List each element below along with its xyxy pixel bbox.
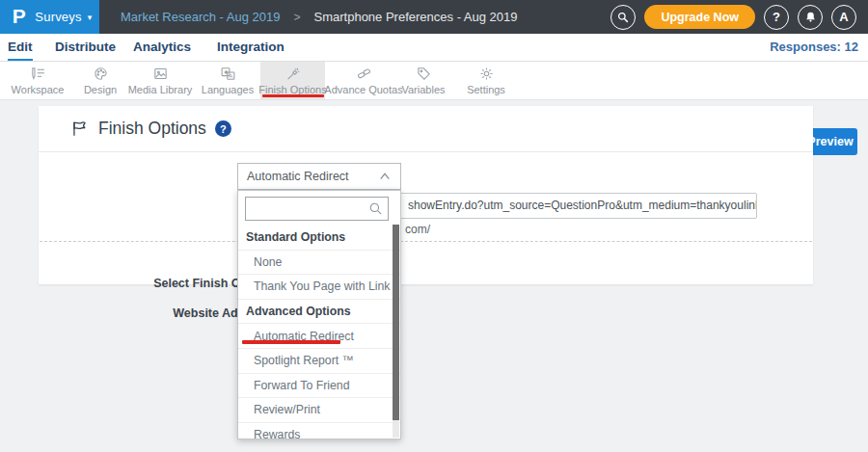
toolbar-tab-label: Settings: [467, 84, 505, 95]
palette-icon: [93, 66, 109, 82]
finish-options-help-button[interactable]: ?: [215, 120, 231, 137]
toolbar-tab-variables[interactable]: Variables: [393, 62, 453, 99]
finish-option-dropdown-panel: Standard Options None Thank You Page wit…: [237, 190, 401, 439]
toolbar-tab-media-library[interactable]: Media Library: [124, 62, 196, 99]
breadcrumb-separator: >: [293, 11, 300, 24]
website-address-label: Website Address: [39, 306, 270, 320]
finish-option-select[interactable]: Automatic Redirect: [237, 163, 401, 190]
toolbar-tab-design[interactable]: Design: [73, 62, 127, 99]
account-avatar[interactable]: A: [831, 5, 856, 30]
help-button[interactable]: ?: [764, 5, 789, 30]
dropdown-option-rewards[interactable]: Rewards: [238, 422, 400, 439]
top-bar: P Surveys ▾ Market Research - Aug 2019 >…: [0, 0, 868, 34]
section-nav: Edit Distribute Analytics Integration Re…: [0, 34, 868, 62]
annotation-underline-finish-options-tab: [262, 94, 324, 97]
website-helper-text: com/: [405, 223, 430, 236]
gear-icon: [478, 66, 495, 82]
image-icon: [152, 66, 169, 82]
search-icon: [616, 11, 630, 24]
workspace-pencil-list-icon: [30, 66, 46, 82]
panel-header: Finish Options ?: [39, 106, 813, 152]
dropdown-option-list: Standard Options None Thank You Page wit…: [238, 225, 400, 439]
question-mark-icon: ?: [773, 10, 780, 24]
svg-text:✱: ✱: [223, 69, 228, 75]
dropdown-search-box[interactable]: [245, 197, 389, 221]
avatar-initial: A: [839, 10, 848, 24]
toolbar-tab-workspace[interactable]: Workspace: [2, 62, 73, 99]
magic-wand-icon: [285, 66, 301, 82]
toolbar-tab-advance-quotas[interactable]: Advance Quotas: [325, 62, 402, 99]
questionpro-logo: P: [13, 6, 26, 28]
annotation-underline-automatic-redirect: [242, 340, 340, 344]
upgrade-now-button[interactable]: Upgrade Now: [644, 5, 755, 29]
toolbar-tab-label: Advance Quotas: [324, 84, 402, 95]
dropdown-option-spotlight-report[interactable]: Spotlight Report ™: [238, 348, 400, 373]
chevron-up-icon: [378, 171, 392, 182]
dropdown-option-thank-you-page[interactable]: Thank You Page with Link: [238, 274, 400, 299]
tag-icon: [416, 66, 432, 82]
bell-icon: [804, 11, 817, 23]
finish-flag-icon: [70, 120, 89, 138]
dropdown-group-standard-options: Standard Options: [238, 225, 400, 250]
toolbar-tab-languages[interactable]: ✱ A Languages: [196, 62, 259, 99]
chain-links-icon: [356, 66, 372, 82]
toolbar-tab-label: Media Library: [128, 84, 193, 95]
tab-distribute[interactable]: Distribute: [55, 34, 116, 61]
app-window: P Surveys ▾ Market Research - Aug 2019 >…: [0, 0, 868, 452]
dropdown-option-forward-to-friend[interactable]: Forward To Friend: [238, 373, 400, 398]
toolbar-tab-label: Workspace: [12, 84, 65, 95]
tab-integration[interactable]: Integration: [217, 34, 285, 61]
breadcrumb-current: Smartphone Preferences - Aug 2019: [314, 10, 518, 24]
dropdown-search-input[interactable]: [246, 198, 368, 220]
svg-text:A: A: [229, 73, 232, 79]
dropdown-option-none[interactable]: None: [238, 250, 400, 275]
translate-icon: ✱ A: [220, 66, 236, 82]
select-finish-option-label: Select Finish Option: [39, 277, 270, 290]
tab-analytics[interactable]: Analytics: [133, 34, 191, 61]
dropdown-scrollbar-track[interactable]: [393, 225, 399, 438]
dropdown-scrollbar-thumb[interactable]: [393, 225, 399, 420]
dropdown-option-automatic-redirect[interactable]: Automatic Redirect: [238, 323, 400, 348]
search-button[interactable]: [610, 5, 636, 30]
breadcrumb: Market Research - Aug 2019 > Smartphone …: [121, 0, 518, 34]
surveys-menu-label: Surveys: [35, 10, 81, 24]
toolbar-tab-settings[interactable]: Settings: [455, 62, 517, 99]
search-icon: [368, 201, 383, 216]
toolbar-tab-label: Languages: [202, 84, 254, 95]
responses-count[interactable]: Responses: 12: [770, 34, 858, 61]
topbar-actions: Upgrade Now ? A: [610, 0, 856, 34]
selected-finish-option: Automatic Redirect: [247, 170, 378, 183]
chevron-down-icon: ▾: [88, 13, 93, 22]
edit-toolbar: Workspace Design Media Library ✱ A Langu…: [0, 62, 868, 100]
surveys-menu[interactable]: P Surveys ▾: [0, 0, 99, 34]
page-title: Finish Options: [98, 119, 206, 139]
toolbar-tab-label: Variables: [401, 84, 445, 95]
preview-button-label: Preview: [807, 135, 853, 148]
tab-edit[interactable]: Edit: [8, 34, 33, 61]
breadcrumb-parent[interactable]: Market Research - Aug 2019: [121, 10, 280, 24]
notifications-button[interactable]: [798, 5, 823, 30]
question-mark-icon: ?: [220, 123, 227, 135]
toolbar-tab-label: Design: [84, 84, 117, 95]
dropdown-group-advanced-options: Advanced Options: [238, 299, 400, 324]
section-divider: [40, 241, 812, 242]
dropdown-option-review-print[interactable]: Review/Print: [238, 397, 400, 422]
